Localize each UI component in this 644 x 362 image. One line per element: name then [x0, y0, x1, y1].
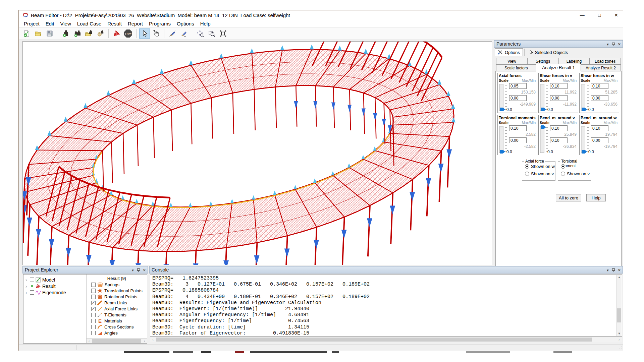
- close-icon[interactable]: ✕: [618, 268, 621, 272]
- checkbox[interactable]: [91, 283, 96, 287]
- move-view-button[interactable]: [195, 28, 206, 39]
- slider-thumb[interactable]: [582, 150, 587, 154]
- radio-shown-on-w[interactable]: Shown on w: [525, 164, 555, 169]
- all-to-zero-button[interactable]: All to zero: [556, 194, 581, 201]
- slider-thumb[interactable]: [541, 108, 546, 111]
- checkbox[interactable]: [30, 278, 34, 282]
- slider-thumb[interactable]: [500, 150, 505, 154]
- zoom-extents-button[interactable]: [218, 28, 228, 39]
- radio-icon[interactable]: [561, 164, 565, 169]
- help-button[interactable]: Help: [586, 194, 606, 201]
- tab-load-zones[interactable]: Load zones: [590, 58, 621, 64]
- scroll-down-icon[interactable]: ▼: [616, 331, 622, 336]
- list-item-beam-links[interactable]: Beam Links: [87, 300, 147, 306]
- scale-slider[interactable]: [499, 84, 503, 111]
- radio-icon[interactable]: [561, 172, 565, 176]
- menu-programs[interactable]: Programs: [146, 20, 174, 27]
- tab-scale-factors[interactable]: Scale factors: [496, 64, 536, 71]
- list-item-materials[interactable]: E Materials: [87, 318, 147, 324]
- project-explorer-header[interactable]: Project Explorer ▾ ✕: [22, 266, 148, 274]
- checkbox[interactable]: [91, 325, 96, 329]
- scale-slider[interactable]: [540, 84, 544, 111]
- list-item-cross-sections[interactable]: Cross Sections: [87, 324, 147, 330]
- stop-button[interactable]: STOP: [123, 28, 133, 39]
- select-cursor-button[interactable]: [139, 28, 150, 39]
- chevron-down-icon[interactable]: ▾: [132, 268, 134, 272]
- model-viewport[interactable]: [22, 41, 492, 265]
- radio-icon[interactable]: [525, 164, 529, 169]
- save-model-button[interactable]: [44, 28, 55, 39]
- scale-min-input[interactable]: 0.00: [550, 95, 568, 101]
- checkbox[interactable]: [30, 284, 34, 288]
- scale-max-input[interactable]: 0.10: [509, 125, 527, 131]
- list-item-axial-force-links[interactable]: Axial Force Links: [87, 306, 147, 312]
- pin-icon[interactable]: [612, 268, 615, 272]
- menu-edit[interactable]: Edit: [43, 20, 57, 27]
- tab-analyze-result-2[interactable]: Analyze Result 2: [581, 64, 621, 71]
- console-header[interactable]: Console ▾ ✕: [149, 266, 623, 274]
- pin-icon[interactable]: [137, 268, 140, 272]
- console-hscrollbar[interactable]: ‹ ›: [150, 337, 622, 342]
- checkbox[interactable]: [91, 331, 96, 335]
- tab-view[interactable]: View: [496, 58, 528, 64]
- slider-thumb[interactable]: [500, 108, 505, 111]
- slider-thumb[interactable]: [582, 108, 587, 111]
- result-list-hscrollbar[interactable]: ‹ ›: [87, 338, 147, 343]
- scroll-left-icon[interactable]: ‹: [150, 338, 156, 342]
- slider-thumb[interactable]: [541, 125, 546, 129]
- scale-min-input[interactable]: 0.10: [550, 137, 568, 143]
- radio-shown-on-v[interactable]: Shown on v: [561, 171, 591, 176]
- menu-view[interactable]: View: [57, 20, 74, 27]
- pin-icon[interactable]: [612, 43, 615, 46]
- scale-slider[interactable]: [581, 126, 585, 153]
- scale-slider[interactable]: [540, 126, 544, 153]
- tab-analyze-result-1[interactable]: Analyze Result 1: [536, 64, 581, 71]
- checkbox[interactable]: [91, 301, 96, 305]
- measure-beam-button[interactable]: [167, 28, 178, 39]
- list-item-angles[interactable]: Angles: [87, 330, 147, 336]
- maximize-button[interactable]: □: [598, 12, 601, 18]
- scroll-left-icon[interactable]: ‹: [87, 339, 92, 343]
- scale-max-input[interactable]: 0.10: [591, 83, 608, 89]
- scale-min-input[interactable]: 0.00: [509, 95, 527, 101]
- tree-item-result[interactable]: › Result: [23, 283, 86, 289]
- draw-beam-button[interactable]: [178, 28, 189, 39]
- close-icon[interactable]: ✕: [618, 43, 621, 46]
- tree-item-eigenmode[interactable]: › Eigenmode: [23, 289, 86, 296]
- menu-load-case[interactable]: Load Case: [74, 20, 105, 27]
- checkbox[interactable]: [91, 307, 96, 311]
- scroll-right-icon[interactable]: ›: [142, 339, 147, 343]
- scroll-thumb[interactable]: [617, 308, 621, 322]
- resize-grip-icon[interactable]: [619, 346, 622, 350]
- menu-report[interactable]: Report: [125, 20, 146, 27]
- pan-button[interactable]: [151, 28, 161, 39]
- scale-max-input[interactable]: 0.10: [550, 125, 568, 131]
- scale-max-input[interactable]: 0.05: [509, 83, 527, 89]
- tab-options[interactable]: Options: [495, 48, 523, 56]
- checkbox[interactable]: [91, 313, 96, 317]
- scroll-thumb[interactable]: [92, 339, 141, 343]
- menu-options[interactable]: Options: [174, 20, 197, 27]
- menu-result[interactable]: Result: [104, 20, 125, 27]
- open-loadcase-button[interactable]: [84, 28, 94, 39]
- tab-selected-objects[interactable]: Selected Objects: [526, 48, 571, 56]
- expand-icon[interactable]: ›: [25, 278, 29, 282]
- menu-help[interactable]: Help: [197, 20, 214, 27]
- parameters-header[interactable]: Parameters ▾ ✕: [494, 40, 623, 48]
- console-vscrollbar[interactable]: ▲ ▼: [616, 275, 622, 336]
- list-item-rotational-points[interactable]: Rotational Points: [87, 294, 147, 300]
- radio-shown-on-v[interactable]: Shown on v: [525, 171, 555, 176]
- add-loadcases-button[interactable]: [72, 28, 83, 39]
- scale-min-input[interactable]: 0.00: [509, 137, 527, 143]
- scroll-up-icon[interactable]: ▲: [616, 275, 622, 280]
- scale-slider[interactable]: [581, 84, 585, 111]
- loadcase-settings-button[interactable]: [95, 28, 106, 39]
- chevron-down-icon[interactable]: ▾: [607, 268, 609, 272]
- checkbox[interactable]: [91, 289, 96, 293]
- list-item-springs[interactable]: Springs: [87, 282, 147, 288]
- tree-item-model[interactable]: › Model: [23, 277, 86, 283]
- list-item-t-elements[interactable]: T-Elements: [87, 312, 147, 318]
- scale-max-input[interactable]: 0.10: [550, 83, 568, 89]
- scroll-right-icon[interactable]: ›: [616, 338, 622, 342]
- new-model-button[interactable]: [21, 28, 32, 39]
